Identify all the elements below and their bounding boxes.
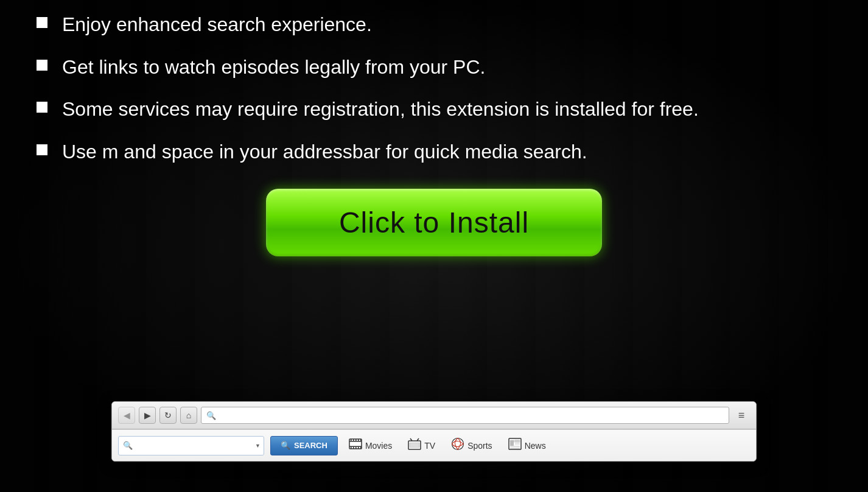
back-button[interactable]: ◀: [118, 407, 135, 424]
movies-label: Movies: [365, 441, 392, 451]
svg-rect-11: [358, 447, 359, 449]
svg-rect-16: [410, 443, 419, 448]
feature-text-1: Enjoy enhanced search experience.: [62, 12, 372, 38]
bullet-icon: [37, 17, 47, 28]
svg-rect-3: [351, 439, 352, 441]
bullet-icon: [37, 102, 47, 113]
ext-search-input[interactable]: [118, 436, 264, 455]
browser-toolbar: ◀ ▶ ↻ ⌂ 🔍 ≡: [112, 402, 756, 429]
list-item: Some services may require registration, …: [37, 97, 831, 122]
forward-icon: ▶: [144, 410, 151, 420]
forward-button[interactable]: ▶: [139, 407, 156, 424]
svg-rect-4: [353, 439, 354, 441]
dropdown-arrow-icon: ▼: [255, 443, 261, 449]
sports-icon: [451, 437, 464, 454]
bullet-icon: [37, 60, 47, 71]
list-item: Enjoy enhanced search experience.: [37, 12, 831, 38]
browser-mockup: ◀ ▶ ↻ ⌂ 🔍 ≡ 🔍 ▼ 🔍 SEARCH: [111, 401, 757, 462]
ext-search-magnifier-icon: 🔍: [281, 441, 290, 450]
main-content: Enjoy enhanced search experience. Get li…: [0, 0, 868, 299]
svg-rect-6: [358, 439, 359, 441]
feature-text-3: Some services may require registration, …: [62, 97, 699, 122]
tv-icon: [408, 438, 421, 453]
extension-bar: 🔍 ▼ 🔍 SEARCH: [112, 429, 756, 461]
nav-item-movies[interactable]: Movies: [344, 436, 397, 455]
svg-rect-7: [360, 439, 362, 441]
ext-search-icon: 🔍: [123, 441, 133, 450]
home-icon: ⌂: [186, 410, 191, 420]
feature-text-4: Use m and space in your addressbar for q…: [62, 139, 587, 165]
svg-rect-2: [349, 446, 362, 448]
address-search-icon: 🔍: [206, 411, 216, 420]
nav-item-news[interactable]: News: [503, 435, 551, 455]
svg-rect-8: [351, 447, 352, 449]
news-label: News: [525, 441, 546, 451]
news-icon: [508, 438, 522, 453]
svg-rect-12: [360, 447, 362, 449]
list-item: Get links to watch episodes legally from…: [37, 55, 831, 80]
address-bar[interactable]: 🔍: [201, 407, 729, 424]
browser-menu-button[interactable]: ≡: [733, 407, 750, 424]
bullet-icon: [37, 144, 47, 155]
feature-text-2: Get links to watch episodes legally from…: [62, 55, 485, 80]
ext-search-button-label: SEARCH: [294, 441, 327, 450]
svg-rect-5: [355, 439, 357, 441]
menu-icon: ≡: [738, 409, 745, 422]
svg-rect-10: [355, 447, 357, 449]
refresh-button[interactable]: ↻: [159, 407, 177, 424]
ext-search-button[interactable]: 🔍 SEARCH: [270, 436, 338, 455]
refresh-icon: ↻: [164, 410, 172, 420]
nav-item-sports[interactable]: Sports: [446, 435, 497, 456]
film-icon: [349, 438, 362, 452]
install-button-wrapper: Click to Install: [37, 189, 831, 256]
ext-search-wrapper: 🔍 ▼: [118, 436, 264, 455]
svg-rect-20: [510, 440, 514, 446]
install-button[interactable]: Click to Install: [266, 189, 602, 256]
tv-label: TV: [424, 441, 435, 451]
svg-point-17: [452, 438, 464, 450]
sports-label: Sports: [467, 441, 492, 451]
back-icon: ◀: [124, 410, 130, 420]
svg-rect-9: [353, 447, 354, 449]
home-button[interactable]: ⌂: [180, 407, 197, 424]
nav-item-tv[interactable]: TV: [403, 435, 440, 455]
list-item: Use m and space in your addressbar for q…: [37, 139, 831, 165]
feature-list: Enjoy enhanced search experience. Get li…: [37, 12, 831, 164]
svg-rect-1: [349, 441, 362, 442]
